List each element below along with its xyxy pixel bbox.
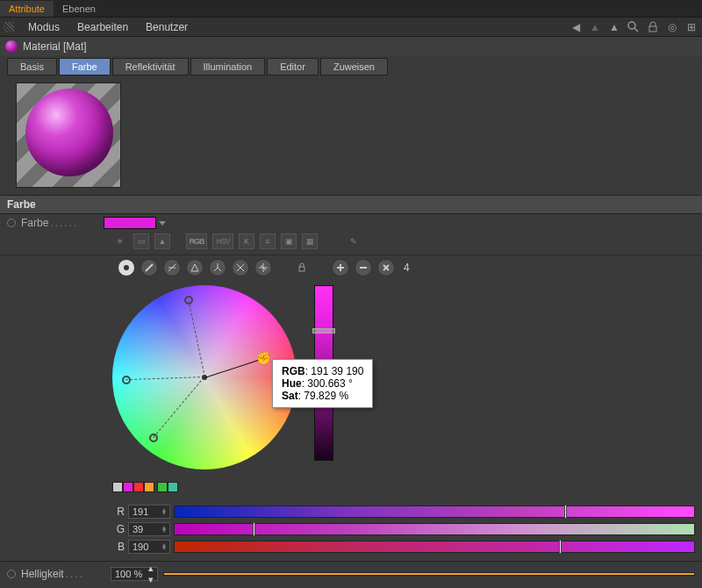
farbe-label: Farbe ...... bbox=[7, 217, 104, 229]
color-wheel[interactable]: ✊ bbox=[112, 285, 297, 470]
preview-sphere bbox=[25, 89, 113, 176]
stepper-icon[interactable]: ▴▾ bbox=[162, 508, 166, 515]
lock-harmony-icon[interactable] bbox=[293, 259, 311, 276]
material-preview[interactable] bbox=[16, 82, 121, 188]
tab-illumination[interactable]: Illumination bbox=[190, 58, 266, 75]
tab-ebenen[interactable]: Ebenen bbox=[54, 1, 104, 17]
mode-split-button[interactable] bbox=[209, 259, 226, 276]
swatch-0[interactable] bbox=[112, 482, 123, 492]
harmony-strip: 4 bbox=[0, 255, 702, 280]
svg-point-3 bbox=[124, 265, 129, 270]
tab-attribute[interactable]: Attribute bbox=[0, 1, 54, 17]
mode-triad-button[interactable] bbox=[186, 259, 204, 276]
swatch-5[interactable] bbox=[168, 482, 178, 492]
tab-farbe[interactable]: Farbe bbox=[59, 58, 111, 75]
wheel-line-2 bbox=[188, 300, 205, 377]
wheel-line-4 bbox=[125, 376, 204, 380]
stepper-icon[interactable]: ▴▾ bbox=[162, 543, 166, 550]
swatch-2[interactable] bbox=[133, 482, 144, 492]
slider-g[interactable] bbox=[174, 523, 695, 535]
folder-icon[interactable]: ▭ bbox=[133, 233, 149, 249]
brightness-handle[interactable] bbox=[312, 328, 335, 333]
eyedropper-icon[interactable]: ✎ bbox=[346, 233, 362, 249]
handle-r[interactable] bbox=[564, 505, 567, 519]
dots-icon: ...... bbox=[50, 217, 78, 229]
tab-zuweisen[interactable]: Zuweisen bbox=[320, 58, 388, 75]
label-r: R bbox=[112, 506, 125, 518]
wheel-handle-3[interactable] bbox=[122, 376, 131, 384]
slider-r[interactable] bbox=[174, 506, 695, 518]
handle-b[interactable] bbox=[559, 540, 562, 554]
lock-icon[interactable] bbox=[646, 20, 660, 34]
mode-square-button[interactable] bbox=[254, 259, 272, 276]
svg-line-8 bbox=[214, 268, 218, 271]
nav-icon[interactable]: ▲ bbox=[607, 20, 621, 34]
menu-benutzer[interactable]: Benutzer bbox=[137, 21, 197, 33]
swatches-icon[interactable]: ▦ bbox=[302, 233, 318, 249]
farbe-row: Farbe ...... bbox=[0, 214, 702, 232]
slider-row-r: R 191▴▾ bbox=[0, 503, 702, 520]
grip-icon bbox=[4, 22, 14, 32]
mode-tetrad-button[interactable] bbox=[232, 259, 249, 276]
mode-single-button[interactable] bbox=[118, 259, 135, 276]
kelvin-icon[interactable]: K bbox=[239, 233, 254, 249]
mode-complement-button[interactable] bbox=[140, 259, 158, 276]
helligkeit-slider[interactable] bbox=[163, 572, 695, 576]
menu-modus[interactable]: Modus bbox=[19, 21, 68, 33]
back-icon[interactable]: ◀ bbox=[569, 20, 583, 34]
swatch-4[interactable] bbox=[157, 482, 168, 492]
value-g: 39 bbox=[133, 524, 143, 534]
target-icon[interactable]: ◎ bbox=[665, 20, 679, 34]
input-r[interactable]: 191▴▾ bbox=[128, 505, 170, 519]
menu-bearbeiten[interactable]: Bearbeiten bbox=[68, 21, 137, 33]
tab-reflektivitat[interactable]: Reflektivität bbox=[112, 58, 189, 75]
dropdown-icon[interactable] bbox=[159, 221, 166, 226]
swatch-3[interactable] bbox=[144, 482, 154, 492]
label-b: B bbox=[112, 541, 125, 553]
svg-point-0 bbox=[628, 22, 635, 29]
mixer-icon[interactable]: ≡ bbox=[260, 233, 276, 249]
color-swatch[interactable] bbox=[104, 217, 156, 229]
tab-basis[interactable]: Basis bbox=[7, 58, 57, 75]
wheel-handle-1[interactable] bbox=[184, 296, 193, 305]
slider-b[interactable] bbox=[174, 541, 695, 553]
stepper-icon[interactable]: ▴▾ bbox=[148, 563, 154, 585]
helligkeit-row: Helligkeit .... 100 %▴▾ bbox=[0, 561, 702, 586]
helligkeit-label: Helligkeit .... bbox=[7, 568, 111, 580]
swatch-1[interactable] bbox=[123, 482, 133, 492]
handle-g[interactable] bbox=[253, 522, 255, 536]
stepper-icon[interactable]: ▴▾ bbox=[162, 526, 166, 533]
new-icon[interactable]: ⊞ bbox=[684, 20, 698, 34]
tt-sat-value: 79.829 % bbox=[304, 390, 348, 402]
value-b: 190 bbox=[133, 541, 148, 552]
svg-line-1 bbox=[634, 28, 638, 32]
farbe-radio[interactable] bbox=[7, 219, 16, 227]
value-r: 191 bbox=[133, 506, 148, 517]
wheel-handle-2[interactable] bbox=[149, 434, 158, 442]
texture-icon-strip: ✳ ▭ ▲ RGB HSV K ≡ ▣ ▦ ✎ bbox=[0, 232, 702, 255]
image-icon[interactable]: ▲ bbox=[154, 233, 170, 249]
material-header: Material [Mat] bbox=[0, 37, 702, 56]
up-arrow-icon[interactable]: ▲ bbox=[588, 20, 602, 34]
tab-editor[interactable]: Editor bbox=[267, 58, 319, 75]
hsv-mode-button[interactable]: HSV bbox=[212, 233, 233, 249]
loading-icon[interactable]: ✳ bbox=[112, 233, 128, 249]
grab-cursor-icon: ✊ bbox=[256, 351, 271, 365]
color-wheel-area: ✊ RGB: 191 39 190 Hue: 300.663 ° Sat: 79… bbox=[0, 280, 702, 478]
panel-tabs: Attribute Ebenen bbox=[0, 0, 702, 18]
input-g[interactable]: 39▴▾ bbox=[128, 522, 170, 536]
search-icon[interactable] bbox=[627, 20, 641, 34]
helligkeit-input[interactable]: 100 %▴▾ bbox=[111, 567, 158, 581]
input-b[interactable]: 190▴▾ bbox=[128, 540, 170, 554]
mode-analogous-button[interactable] bbox=[163, 259, 181, 276]
zoom-in-button[interactable] bbox=[332, 259, 349, 276]
slider-row-g: G 39▴▾ bbox=[0, 520, 702, 538]
reset-button[interactable] bbox=[377, 259, 395, 276]
rgb-mode-button[interactable]: RGB bbox=[186, 233, 207, 249]
svg-rect-2 bbox=[649, 26, 656, 32]
picture-icon[interactable]: ▣ bbox=[281, 233, 297, 249]
zoom-out-button[interactable] bbox=[355, 259, 372, 276]
helligkeit-label-text: Helligkeit bbox=[21, 568, 64, 580]
tt-hue-label: Hue bbox=[282, 377, 302, 390]
helligkeit-radio[interactable] bbox=[7, 570, 16, 578]
